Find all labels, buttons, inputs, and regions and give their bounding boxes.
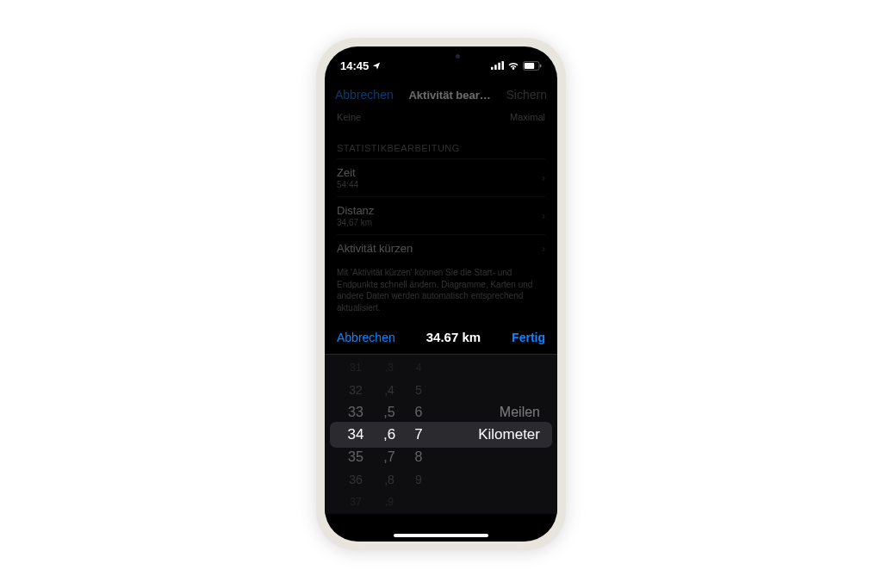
page-title: Aktivität bear… <box>408 89 490 102</box>
chevron-right-icon: › <box>542 243 545 255</box>
picker-wheel-integer[interactable]: 31 32 33 34 35 36 37 <box>337 355 375 514</box>
svg-rect-0 <box>491 67 494 70</box>
home-indicator[interactable] <box>394 534 488 537</box>
picker-item-selected: 7 <box>404 424 433 446</box>
row-time[interactable]: Zeit 54:44 › <box>337 158 545 196</box>
picker-item: ,4 <box>375 379 404 401</box>
picker-item: 9 <box>404 468 433 491</box>
picker-item: 35 <box>337 446 375 468</box>
wifi-icon <box>507 61 519 70</box>
picker-item: 31 <box>337 356 375 379</box>
slider-labels: Keine Maximal <box>337 112 545 131</box>
svg-rect-1 <box>494 65 497 70</box>
picker-item: 4 <box>404 356 433 379</box>
picker-item <box>404 491 433 513</box>
picker-item: ,7 <box>375 446 404 468</box>
section-header: STATISTIKBEARBEITUNG <box>337 131 545 158</box>
slider-min-label: Keine <box>337 112 361 122</box>
svg-rect-3 <box>502 61 505 70</box>
picker-toolbar: Abbrechen 34.67 km Fertig <box>325 320 557 355</box>
picker-done-button[interactable]: Fertig <box>512 331 545 344</box>
picker-cancel-button[interactable]: Abbrechen <box>337 331 395 344</box>
picker-value: 34.67 km <box>426 330 481 344</box>
picker-item: ,5 <box>375 401 404 424</box>
status-bar-right <box>491 61 542 71</box>
picker-wheel-decimal2[interactable]: 4 5 6 7 8 9 <box>404 355 433 514</box>
status-bar-left: 14:45 <box>340 59 382 72</box>
row-trim[interactable]: Aktivität kürzen › <box>337 234 545 262</box>
row-distance-label: Distanz <box>337 204 374 217</box>
row-distance[interactable]: Distanz 34,67 km › <box>337 196 545 234</box>
status-time: 14:45 <box>340 59 369 72</box>
picker-item: 32 <box>337 379 375 401</box>
svg-rect-5 <box>525 62 534 68</box>
phone-frame: 14:45 Abbrechen Aktivität bear… Sichern … <box>316 38 566 550</box>
save-button[interactable]: Sichern <box>506 88 547 102</box>
picker-wheel-decimal1[interactable]: ,3 ,4 ,5 ,6 ,7 ,8 ,9 <box>375 355 404 514</box>
cellular-icon <box>491 61 504 70</box>
picker-item: 5 <box>404 379 433 401</box>
battery-icon <box>523 61 542 71</box>
nav-bar: Abbrechen Aktivität bear… Sichern <box>325 77 557 112</box>
picker-wheel-unit[interactable]: Meilen Kilometer <box>433 355 545 514</box>
picker-item: 8 <box>404 446 433 468</box>
chevron-right-icon: › <box>542 172 545 184</box>
footer-note: Mit 'Aktivität kürzen' können Sie die St… <box>337 262 545 320</box>
picker-unit-item: Meilen <box>478 401 543 424</box>
row-trim-label: Aktivität kürzen <box>337 242 413 255</box>
dimmed-content: Keine Maximal STATISTIKBEARBEITUNG Zeit … <box>325 112 557 320</box>
cancel-button[interactable]: Abbrechen <box>335 88 394 102</box>
screen: 14:45 Abbrechen Aktivität bear… Sichern … <box>325 46 557 542</box>
svg-rect-2 <box>498 63 500 70</box>
picker-item: ,3 <box>375 356 404 379</box>
location-icon <box>372 61 382 71</box>
picker-item: 33 <box>337 401 375 424</box>
row-time-label: Zeit <box>337 166 358 179</box>
picker-item-selected: ,6 <box>375 424 404 446</box>
picker: 31 32 33 34 35 36 37 ,3 ,4 ,5 ,6 ,7 ,8 <box>325 355 557 514</box>
picker-unit-item-selected: Kilometer <box>478 424 543 446</box>
row-distance-value: 34,67 km <box>337 218 374 227</box>
picker-item: 37 <box>337 491 375 513</box>
picker-item: ,8 <box>375 468 404 491</box>
notch <box>389 46 493 65</box>
picker-item: 6 <box>404 401 433 424</box>
picker-item: 36 <box>337 468 375 491</box>
picker-item: ,9 <box>375 491 404 513</box>
chevron-right-icon: › <box>542 210 545 222</box>
svg-rect-6 <box>540 64 542 67</box>
picker-item-selected: 34 <box>337 424 375 446</box>
row-time-value: 54:44 <box>337 180 358 189</box>
slider-max-label: Maximal <box>510 112 545 122</box>
